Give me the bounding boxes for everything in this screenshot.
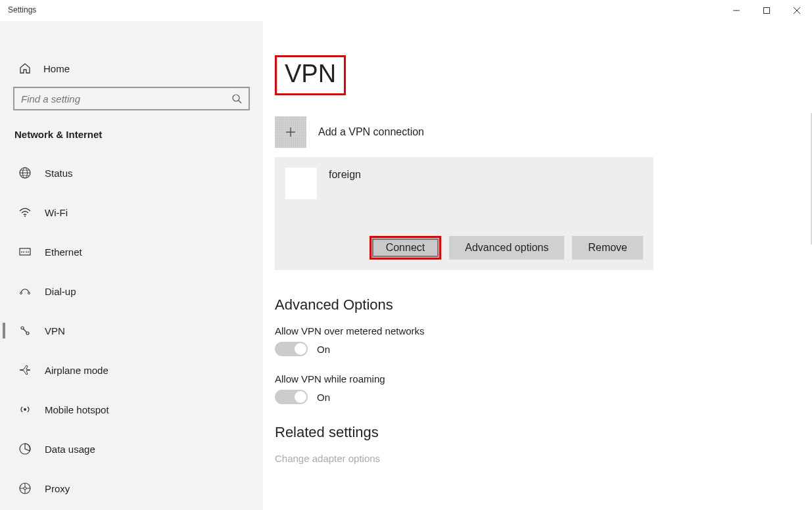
svg-line-5 — [239, 101, 241, 103]
change-adapter-link[interactable]: Change adapter options — [275, 453, 796, 464]
remove-button[interactable]: Remove — [572, 236, 643, 260]
svg-rect-12 — [20, 248, 30, 255]
maximize-button[interactable] — [752, 0, 782, 21]
add-vpn-row[interactable]: Add a VPN connection — [275, 116, 796, 148]
search-input[interactable] — [13, 87, 250, 110]
search-icon — [231, 93, 242, 104]
sidebar-item-label: Airplane mode — [45, 365, 108, 376]
ethernet-icon — [18, 245, 32, 258]
sidebar-item-label: VPN — [45, 325, 65, 336]
svg-point-20 — [26, 332, 29, 335]
globe-icon — [18, 166, 32, 179]
sidebar-item-proxy[interactable]: Proxy — [0, 469, 263, 508]
vpn-connection-icon — [285, 168, 317, 199]
sidebar: Home Network & Internet Status — [0, 21, 263, 510]
svg-point-17 — [20, 292, 22, 294]
sidebar-home-label: Home — [43, 63, 70, 74]
svg-point-11 — [24, 216, 26, 217]
connect-button[interactable]: Connect — [370, 236, 442, 260]
proxy-icon — [18, 482, 32, 495]
sidebar-item-label: Ethernet — [45, 246, 82, 258]
roaming-label: Allow VPN while roaming — [275, 373, 796, 384]
vpn-connection-name: foreign — [329, 168, 361, 181]
home-icon — [18, 62, 32, 75]
close-button[interactable] — [782, 0, 812, 21]
svg-point-21 — [24, 408, 26, 411]
main-content: VPN Add a VPN connection foreign Connect… — [263, 21, 812, 510]
sidebar-item-ethernet[interactable]: Ethernet — [0, 232, 263, 271]
vpn-connection-card[interactable]: foreign Connect Advanced options Remove — [275, 157, 654, 270]
sidebar-item-label: Dial-up — [45, 286, 76, 297]
roaming-toggle[interactable] — [275, 390, 308, 404]
window-title: Settings — [0, 0, 44, 20]
page-title-highlight: VPN — [275, 55, 346, 95]
related-settings-heading: Related settings — [275, 424, 796, 441]
page-title: VPN — [285, 60, 336, 88]
sidebar-item-wifi[interactable]: Wi-Fi — [0, 193, 263, 232]
sidebar-item-status[interactable]: Status — [0, 153, 263, 193]
sidebar-item-label: Data usage — [45, 444, 95, 455]
plus-icon — [275, 116, 306, 148]
advanced-options-heading: Advanced Options — [275, 296, 796, 313]
advanced-options-button[interactable]: Advanced options — [449, 236, 564, 260]
metered-label: Allow VPN over metered networks — [275, 325, 796, 336]
roaming-state: On — [317, 392, 330, 403]
svg-rect-1 — [764, 8, 770, 14]
data-usage-icon — [18, 442, 32, 455]
sidebar-item-label: Status — [45, 168, 73, 179]
sidebar-item-label: Mobile hotspot — [45, 404, 109, 415]
hotspot-icon — [18, 403, 32, 416]
sidebar-item-hotspot[interactable]: Mobile hotspot — [0, 390, 263, 429]
sidebar-item-airplane[interactable]: Airplane mode — [0, 350, 263, 390]
titlebar: Settings — [0, 0, 812, 21]
minimize-button[interactable] — [721, 0, 752, 21]
sidebar-item-label: Wi-Fi — [45, 207, 68, 218]
airplane-icon — [18, 363, 32, 377]
dialup-icon — [18, 285, 32, 298]
add-vpn-label: Add a VPN connection — [318, 126, 424, 138]
sidebar-item-label: Proxy — [45, 483, 70, 494]
metered-state: On — [317, 344, 330, 355]
sidebar-item-dialup[interactable]: Dial-up — [0, 271, 263, 311]
sidebar-home[interactable]: Home — [0, 50, 263, 87]
wifi-icon — [18, 206, 32, 219]
metered-toggle[interactable] — [275, 342, 308, 356]
svg-point-24 — [24, 487, 26, 490]
svg-point-19 — [21, 327, 24, 329]
sidebar-item-datausage[interactable]: Data usage — [0, 429, 263, 469]
svg-point-4 — [233, 95, 239, 101]
sidebar-item-vpn[interactable]: VPN — [0, 311, 263, 350]
svg-point-18 — [28, 292, 30, 294]
sidebar-category: Network & Internet — [0, 122, 263, 153]
search-field[interactable] — [21, 93, 231, 104]
vpn-icon — [18, 324, 32, 337]
